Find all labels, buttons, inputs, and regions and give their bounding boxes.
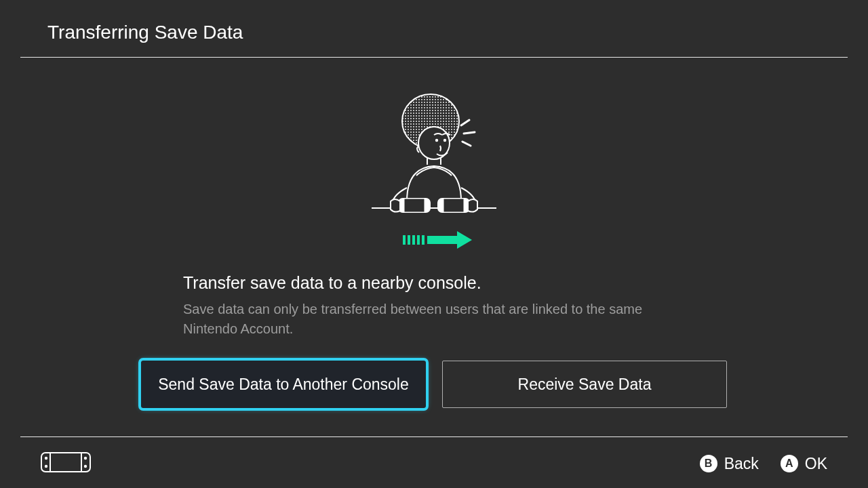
footer-left (41, 452, 700, 475)
svg-rect-14 (408, 235, 410, 245)
b-button-icon: B (700, 455, 717, 472)
svg-rect-17 (422, 235, 425, 245)
divider-bottom (20, 436, 848, 437)
send-save-data-button[interactable]: Send Save Data to Another Console (141, 361, 426, 408)
divider-top (20, 57, 848, 58)
svg-point-3 (435, 139, 438, 142)
main-heading: Transfer save data to a nearby console. (183, 273, 685, 293)
footer: B Back A OK (0, 445, 868, 483)
button-row: Send Save Data to Another Console Receiv… (141, 361, 727, 408)
ok-label: OK (805, 455, 827, 473)
svg-point-22 (45, 457, 47, 460)
svg-rect-13 (403, 235, 406, 245)
svg-point-25 (84, 465, 87, 468)
svg-rect-16 (417, 235, 420, 245)
svg-rect-18 (427, 236, 457, 244)
a-button-icon: A (781, 455, 798, 472)
receive-button-label: Receive Save Data (518, 375, 652, 394)
controller-icon (41, 452, 91, 475)
transfer-illustration (366, 93, 502, 256)
svg-point-4 (443, 139, 446, 142)
send-button-label: Send Save Data to Another Console (158, 375, 409, 394)
svg-rect-15 (412, 235, 415, 245)
svg-line-5 (461, 120, 469, 125)
receive-save-data-button[interactable]: Receive Save Data (442, 361, 727, 408)
main-description: Save data can only be transferred betwee… (183, 300, 685, 339)
svg-rect-20 (41, 453, 90, 472)
page-title: Transferring Save Data (47, 22, 868, 43)
back-hint[interactable]: B Back (700, 455, 759, 473)
svg-marker-19 (457, 231, 472, 249)
svg-line-7 (462, 142, 471, 146)
header: Transferring Save Data (0, 0, 868, 57)
svg-line-6 (464, 132, 475, 134)
svg-rect-21 (50, 453, 81, 472)
svg-point-24 (84, 457, 87, 460)
svg-rect-11 (404, 199, 425, 212)
svg-point-23 (45, 465, 47, 468)
footer-right: B Back A OK (700, 455, 827, 473)
svg-rect-12 (443, 199, 464, 212)
ok-hint[interactable]: A OK (781, 455, 827, 473)
content: Transfer save data to a nearby console. … (0, 58, 868, 408)
text-block: Transfer save data to a nearby console. … (183, 273, 685, 339)
back-label: Back (724, 455, 759, 473)
